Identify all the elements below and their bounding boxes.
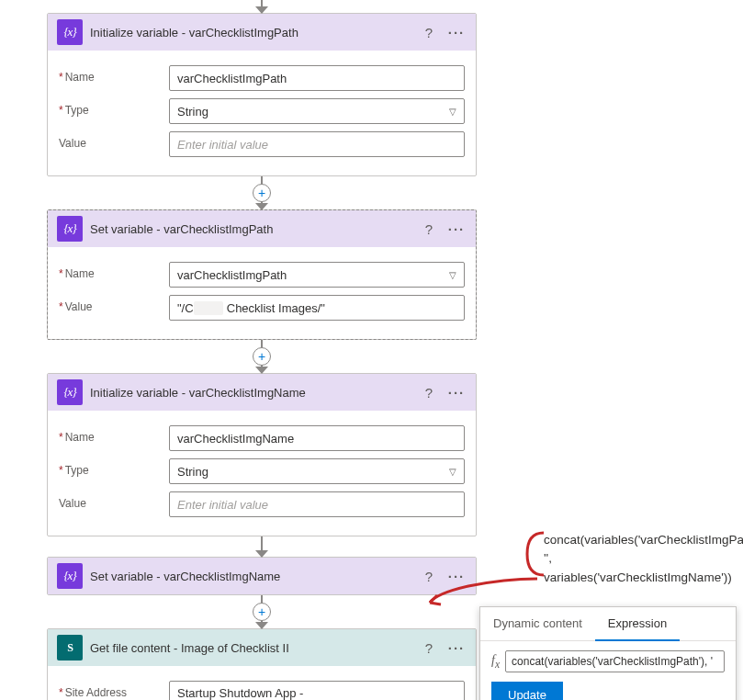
card-title: Get file content - Image of Checklist II bbox=[90, 641, 411, 655]
variable-icon: {x} bbox=[57, 379, 83, 405]
card-title: Set variable - varChecklistImgPath bbox=[90, 222, 411, 236]
field-label-type: *Type bbox=[59, 98, 169, 117]
name-input[interactable]: varChecklistImgPath bbox=[169, 65, 465, 91]
expression-input[interactable]: concat(variables('varChecklistImgPath'),… bbox=[505, 650, 725, 672]
expression-popup: Dynamic content Expression fx concat(var… bbox=[479, 606, 737, 700]
field-label-name: *Name bbox=[59, 262, 169, 280]
field-label-name: *Name bbox=[59, 65, 169, 84]
field-label-site: *Site Address bbox=[59, 681, 169, 699]
more-icon[interactable]: ··· bbox=[446, 221, 467, 237]
type-select[interactable]: String▽ bbox=[169, 458, 465, 484]
card-title: Initialize variable - varChecklistImgPat… bbox=[90, 26, 411, 40]
field-label-value: Value bbox=[59, 491, 169, 510]
update-button[interactable]: Update bbox=[491, 682, 563, 700]
variable-icon: {x} bbox=[57, 563, 83, 589]
chevron-down-icon: ▽ bbox=[449, 270, 456, 280]
help-icon[interactable]: ? bbox=[419, 385, 439, 401]
field-label-value: *Value bbox=[59, 295, 169, 313]
add-step-button[interactable]: + bbox=[253, 347, 271, 366]
help-icon[interactable]: ? bbox=[419, 569, 439, 584]
chevron-down-icon: ▽ bbox=[449, 467, 456, 477]
help-icon[interactable]: ? bbox=[419, 221, 439, 237]
card-header[interactable]: {x} Initialize variable - varChecklistIm… bbox=[48, 374, 476, 411]
action-card-set-name[interactable]: {x} Set variable - varChecklistImgName ?… bbox=[47, 557, 477, 595]
annotation-text: concat(variables('varChecklistImgPath'),… bbox=[481, 531, 738, 587]
card-title: Initialize variable - varChecklistImgNam… bbox=[90, 386, 411, 400]
variable-icon: {x} bbox=[57, 216, 83, 242]
name-select[interactable]: varChecklistImgPath▽ bbox=[169, 262, 465, 288]
more-icon[interactable]: ··· bbox=[446, 385, 467, 401]
value-input[interactable]: Enter initial value bbox=[169, 491, 465, 517]
add-step-button[interactable]: + bbox=[253, 603, 271, 621]
more-icon[interactable]: ··· bbox=[446, 25, 467, 40]
card-header[interactable]: {x} Set variable - varChecklistImgPath ?… bbox=[48, 210, 476, 247]
action-card-set-path[interactable]: {x} Set variable - varChecklistImgPath ?… bbox=[47, 209, 477, 340]
more-icon[interactable]: ··· bbox=[446, 569, 467, 584]
card-header[interactable]: S Get file content - Image of Checklist … bbox=[48, 629, 476, 666]
action-card-init-path[interactable]: {x} Initialize variable - varChecklistIm… bbox=[47, 13, 477, 176]
chevron-down-icon: ▽ bbox=[449, 107, 456, 117]
sharepoint-icon: S bbox=[57, 635, 83, 660]
value-input[interactable]: Enter initial value bbox=[169, 131, 465, 157]
type-select[interactable]: String▽ bbox=[169, 98, 465, 124]
card-title: Set variable - varChecklistImgName bbox=[90, 570, 411, 583]
help-icon[interactable]: ? bbox=[419, 25, 439, 40]
add-step-button[interactable]: + bbox=[253, 184, 271, 202]
name-input[interactable]: varChecklistImgName bbox=[169, 425, 465, 451]
more-icon[interactable]: ··· bbox=[446, 640, 467, 656]
card-header[interactable]: {x} Initialize variable - varChecklistIm… bbox=[48, 14, 476, 51]
field-label-type: *Type bbox=[59, 458, 169, 477]
tab-expression[interactable]: Expression bbox=[595, 607, 680, 641]
help-icon[interactable]: ? bbox=[419, 640, 439, 656]
action-card-get-file[interactable]: S Get file content - Image of Checklist … bbox=[47, 628, 477, 700]
value-input[interactable]: "/Cxxxxx Checklist Images/" bbox=[169, 295, 465, 321]
field-label-value: Value bbox=[59, 131, 169, 150]
field-label-name: *Name bbox=[59, 425, 169, 444]
action-card-init-name[interactable]: {x} Initialize variable - varChecklistIm… bbox=[47, 373, 477, 536]
variable-icon: {x} bbox=[57, 19, 83, 45]
bracket-icon bbox=[525, 531, 547, 577]
site-address-select[interactable]: Startup Shutdown App - https://xxxxxx.sh… bbox=[169, 681, 465, 700]
card-header[interactable]: {x} Set variable - varChecklistImgName ?… bbox=[48, 558, 476, 594]
tab-dynamic-content[interactable]: Dynamic content bbox=[480, 607, 595, 640]
fx-icon: fx bbox=[491, 653, 500, 671]
